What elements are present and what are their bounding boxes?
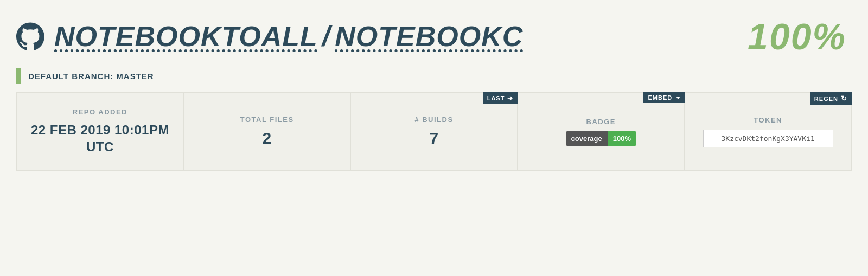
total-files-value: 2 <box>263 129 272 147</box>
org-name: NOTEBOOKTOALL <box>54 21 318 52</box>
arrow-right-icon: ➔ <box>507 94 513 102</box>
repo-added-card: REPO ADDED 22 FEB 2019 10:01PM UTC <box>16 92 184 171</box>
slash: / <box>322 21 330 52</box>
repo-added-line1: 22 FEB 2019 10:01PM <box>31 121 169 138</box>
builds-label: # BUILDS <box>414 115 453 124</box>
header: NOTEBOOKTOALL/NOTEBOOKC 100% <box>0 0 868 68</box>
builds-value: 7 <box>429 129 438 147</box>
token-card: REGEN ↻ TOKEN <box>685 92 852 171</box>
embed-button-label: EMBED <box>648 94 672 101</box>
badge-label: BADGE <box>586 118 616 126</box>
coverage-percent: 100% <box>748 15 846 57</box>
regen-button[interactable]: REGEN ↻ <box>810 92 852 105</box>
total-files-label: TOTAL FILES <box>240 115 294 124</box>
branch-section: DEFAULT BRANCH: MASTER <box>0 68 868 84</box>
badge-text-right: 100% <box>608 131 636 146</box>
repo-name: NOTEBOOKC <box>335 21 523 52</box>
badge-text-left: coverage <box>566 131 608 146</box>
token-label: TOKEN <box>754 116 782 124</box>
chevron-down-icon <box>676 97 680 99</box>
regen-button-label: REGEN <box>814 95 838 102</box>
last-button[interactable]: LAST ➔ <box>483 92 518 104</box>
last-button-label: LAST <box>487 95 505 101</box>
repo-added-value: 22 FEB 2019 10:01PM UTC <box>31 121 169 155</box>
header-left: NOTEBOOKTOALL/NOTEBOOKC <box>16 22 523 50</box>
repo-title: NOTEBOOKTOALL/NOTEBOOKC <box>54 22 523 50</box>
embed-button[interactable]: EMBED <box>643 92 685 103</box>
coverage-badge: coverage 100% <box>566 131 636 146</box>
stats-row: REPO ADDED 22 FEB 2019 10:01PM UTC TOTAL… <box>0 92 868 171</box>
branch-indicator <box>16 68 21 84</box>
badge-card: EMBED BADGE coverage 100% <box>518 92 685 171</box>
token-input[interactable] <box>703 130 833 147</box>
branch-label: DEFAULT BRANCH: MASTER <box>28 72 154 81</box>
repo-added-label: REPO ADDED <box>73 108 127 116</box>
total-files-card: TOTAL FILES 2 <box>184 92 351 171</box>
refresh-icon: ↻ <box>841 94 847 102</box>
badge-container: coverage 100% <box>566 131 636 146</box>
github-icon <box>16 22 44 50</box>
builds-card: LAST ➔ # BUILDS 7 <box>351 92 518 171</box>
repo-added-line2: UTC <box>31 138 169 155</box>
